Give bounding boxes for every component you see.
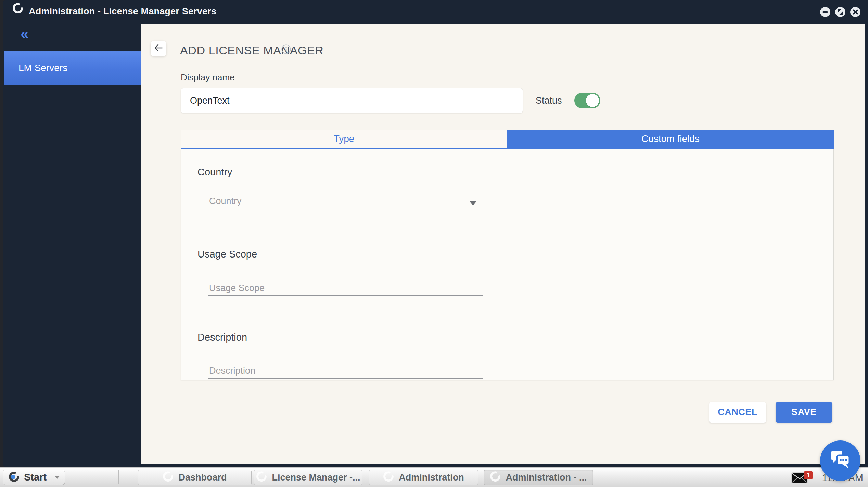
window-controls xyxy=(820,7,860,17)
main-content: ADD LICENSE MANAGER Display name Status … xyxy=(141,24,865,464)
display-name-input[interactable] xyxy=(181,88,523,113)
app-logo-icon xyxy=(12,3,23,14)
tab-custom-fields[interactable]: Custom fields xyxy=(507,130,834,148)
app-window: Administration - License Manager Servers… xyxy=(3,0,868,467)
minimize-icon[interactable] xyxy=(820,7,830,17)
sidebar-collapse-button[interactable]: « xyxy=(21,27,28,41)
status-label: Status xyxy=(536,95,562,106)
usage-scope-label: Usage Scope xyxy=(197,249,257,260)
save-button[interactable]: SAVE xyxy=(776,402,832,423)
tab-type[interactable]: Type xyxy=(181,130,507,148)
tray-separator xyxy=(784,470,784,484)
custom-fields-panel: Country Usage Scope Description xyxy=(181,149,834,380)
back-button[interactable] xyxy=(151,41,166,56)
app-logo-icon xyxy=(490,471,501,484)
window-title: Administration - License Manager Servers xyxy=(29,6,216,17)
taskbar: Start Dashboard License Manager -... Adm… xyxy=(0,467,868,487)
back-arrow-icon xyxy=(154,43,163,54)
mail-badge: 1 xyxy=(804,471,813,479)
cancel-button[interactable]: CANCEL xyxy=(709,402,766,423)
toggle-knob xyxy=(586,94,599,107)
taskbar-item-label: Dashboard xyxy=(178,472,227,483)
taskbar-item-license-manager[interactable]: License Manager -... xyxy=(254,470,362,485)
sidebar-item-label: LM Servers xyxy=(4,63,67,74)
info-icon[interactable] xyxy=(281,44,291,54)
description-label: Description xyxy=(197,332,247,343)
usage-scope-input[interactable] xyxy=(208,280,483,296)
app-logo-icon xyxy=(163,471,174,484)
start-caret-icon xyxy=(54,476,60,479)
taskbar-item-label: License Manager -... xyxy=(272,472,360,483)
chat-bubbles-icon xyxy=(829,450,851,471)
sidebar-item-lm-servers[interactable]: LM Servers xyxy=(4,51,141,85)
status-toggle[interactable] xyxy=(574,93,600,108)
taskbar-separator xyxy=(118,470,119,484)
page-title: ADD LICENSE MANAGER xyxy=(180,43,323,57)
app-logo-icon xyxy=(256,471,267,484)
country-label: Country xyxy=(197,167,232,178)
close-icon[interactable] xyxy=(850,7,860,17)
taskbar-item-label: Administration xyxy=(399,472,464,483)
taskbar-item-label: Administration - ... xyxy=(506,472,587,483)
taskbar-item-dashboard[interactable]: Dashboard xyxy=(138,470,252,485)
chat-fab-button[interactable] xyxy=(820,440,860,481)
tab-bar: Type Custom fields xyxy=(181,130,834,149)
start-label: Start xyxy=(24,472,47,483)
description-input[interactable] xyxy=(208,363,483,379)
taskbar-item-administration-active[interactable]: Administration - ... xyxy=(484,470,593,485)
chevron-down-icon[interactable] xyxy=(470,201,476,206)
country-dropdown[interactable] xyxy=(208,194,483,209)
maximize-icon[interactable] xyxy=(835,7,845,17)
taskbar-item-administration[interactable]: Administration xyxy=(369,470,478,485)
display-name-label: Display name xyxy=(181,72,235,83)
app-logo-icon xyxy=(383,471,394,484)
start-logo-icon xyxy=(9,471,20,484)
start-button[interactable]: Start xyxy=(3,470,65,485)
